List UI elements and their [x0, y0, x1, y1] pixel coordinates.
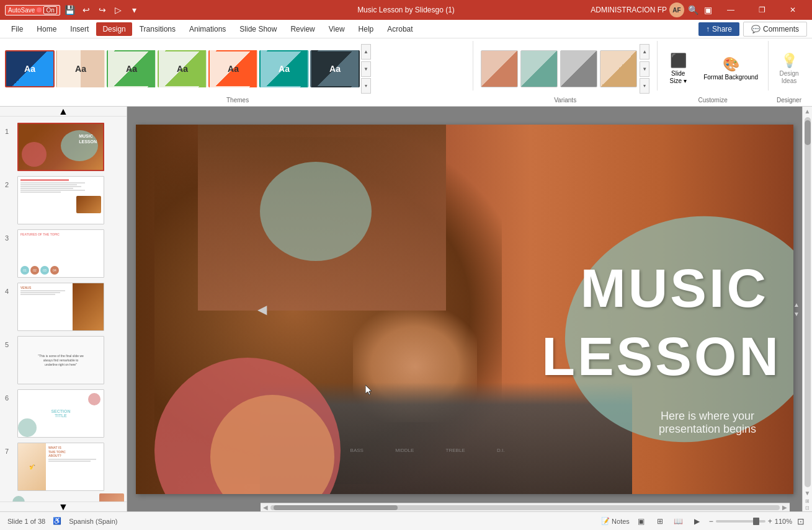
menu-help[interactable]: Help [352, 22, 380, 36]
accessibility-icon[interactable]: ♿ [53, 517, 61, 525]
variant-4[interactable] [600, 50, 637, 87]
restore-button[interactable]: ❐ [747, 0, 776, 20]
menu-slideshow[interactable]: Slide Show [233, 22, 283, 36]
menu-home[interactable]: Home [30, 22, 63, 36]
close-button[interactable]: ✕ [779, 0, 807, 20]
v-scroll-track [805, 117, 811, 487]
titlebar-right: ADMINISTRACION FP AF 🔍 ▣ — ❐ ✕ [591, 0, 807, 20]
zoom-control: − + 110% [709, 517, 792, 526]
slide-thumb-4[interactable]: 4 VENUS [0, 280, 127, 333]
share-button[interactable]: ↑ Share [698, 22, 739, 36]
v-scrollbar[interactable]: ▲ ▼ ⊞ ⊡ [802, 107, 812, 511]
variants-scroll-up[interactable]: ▲ [640, 44, 649, 60]
avatar[interactable]: AF [669, 2, 684, 17]
panel-scroll-down[interactable]: ▼ [0, 501, 127, 511]
themes-label: Themes [5, 97, 470, 106]
scroll-up-button[interactable]: ▲ [361, 44, 371, 60]
v-scroll-up[interactable]: ▲ [803, 107, 812, 116]
format-background-button[interactable]: 🎨 Format Background [698, 54, 763, 84]
variants-label: Variants [554, 97, 576, 106]
h-scroll-thumb[interactable] [274, 505, 398, 510]
statusbar: Slide 1 of 38 ♿ Spanish (Spain) 📝 Notes … [0, 511, 812, 530]
thumb-img-6: SECTION TITLE [17, 389, 104, 438]
canvas-scrollbar[interactable]: ▲ ▼ [793, 301, 800, 317]
v-scroll-thumb[interactable] [805, 120, 811, 145]
theme-item-4[interactable]: Aa [158, 50, 207, 87]
notes-button[interactable]: 📝 Notes [601, 517, 630, 525]
h-scrollbar[interactable]: ◀ ▶ [261, 503, 790, 511]
menu-insert[interactable]: Insert [64, 22, 95, 36]
comment-icon: 💬 [751, 25, 761, 33]
fit-slide-button[interactable]: ⊡ [797, 516, 805, 526]
theme-item-3[interactable]: Aa [107, 50, 156, 87]
theme-item-1[interactable]: Aa [5, 50, 55, 87]
variant-2[interactable] [520, 50, 558, 87]
prev-slide-button[interactable]: ◀ [257, 302, 267, 317]
zoom-level: 110% [775, 518, 792, 525]
variant-3[interactable] [560, 50, 597, 87]
more-icon[interactable]: ▾ [128, 4, 141, 16]
slide-size-label: SlideSize ▾ [670, 70, 687, 85]
scroll-down-button[interactable]: ▼ [361, 61, 371, 77]
theme-label-3: Aa [126, 64, 137, 74]
undo-icon[interactable]: ↩ [80, 4, 92, 16]
slide-canvas: BASSMIDDLETREBLED.I. MUSIC LESSON Here i… [136, 125, 793, 494]
subtitle-line2: presentation begins [659, 423, 756, 435]
autosave-badge[interactable]: AutoSave On [5, 5, 60, 15]
ribbon-toggle-icon[interactable]: ▣ [702, 4, 714, 16]
variants-scroll-down[interactable]: ▼ [640, 61, 649, 77]
save-icon[interactable]: 💾 [64, 4, 76, 16]
menu-animations[interactable]: Animations [183, 22, 232, 36]
variants-scroll-more[interactable]: ▾ [640, 78, 649, 94]
h-scroll-right[interactable]: ▶ [782, 504, 787, 511]
menu-design[interactable]: Design [96, 22, 132, 36]
redo-icon[interactable]: ↪ [96, 4, 109, 16]
comments-button[interactable]: 💬 Comments [743, 22, 807, 37]
h-scroll-left[interactable]: ◀ [263, 504, 268, 511]
zoom-fit-button[interactable]: ⊡ [805, 505, 810, 511]
gallery-scroll: ▲ ▼ ▾ [361, 44, 371, 94]
present-icon[interactable]: ▷ [112, 4, 125, 16]
autosave-dot [37, 7, 42, 12]
variant-1[interactable] [481, 50, 518, 87]
menu-view[interactable]: View [323, 22, 351, 36]
search-icon[interactable]: 🔍 [687, 4, 699, 16]
normal-view-button[interactable]: ▣ [635, 515, 648, 528]
design-ideas-icon: 💡 [781, 53, 798, 69]
theme-item-5[interactable]: Aa [208, 50, 258, 87]
theme-item-7[interactable]: Aa [310, 50, 360, 87]
theme-label-6: Aa [279, 64, 290, 74]
variants-scroll: ▲ ▼ ▾ [640, 44, 649, 94]
design-ideas-button[interactable]: 💡 DesignIdeas [774, 50, 805, 87]
slide-size-button[interactable]: ⬛ SlideSize ▾ [663, 50, 694, 87]
panel-scroll-up[interactable]: ▲ [0, 107, 127, 117]
notes-label: Notes [612, 518, 630, 525]
menu-review[interactable]: Review [284, 22, 321, 36]
slide-sorter-button[interactable]: ⊞ [653, 515, 667, 528]
design-ideas-label: DesignIdeas [779, 70, 798, 85]
menu-transitions[interactable]: Transitions [133, 22, 182, 36]
slide-thumb-5[interactable]: 5 "This is some of the final slide wealw… [0, 333, 127, 387]
divider-2 [657, 41, 658, 91]
minimize-button[interactable]: — [716, 0, 745, 20]
ribbon: Aa Aa Aa Aa Aa Aa Aa ▲ ▼ ▾ [0, 38, 812, 107]
slide-thumb-6[interactable]: 6 SECTION TITLE [0, 387, 127, 440]
slide-thumb-1[interactable]: 1 MUSICLESSON [0, 120, 127, 174]
menu-acrobat[interactable]: Acrobat [381, 22, 419, 36]
reading-view-button[interactable]: 📖 [672, 515, 685, 528]
scroll-more-button[interactable]: ▾ [361, 78, 371, 94]
slide-thumb-2[interactable]: 2 [0, 174, 127, 227]
zoom-in-button[interactable]: + [768, 517, 772, 526]
theme-item-2[interactable]: Aa [56, 50, 105, 87]
divider-3 [768, 41, 769, 91]
zoom-out-button[interactable]: − [709, 517, 713, 526]
comments-label: Comments [763, 25, 799, 33]
theme-item-6[interactable]: Aa [259, 50, 309, 87]
slide-thumb-7[interactable]: 7 🎷 WHAT ISTHIS TOPICABOUT? [0, 440, 127, 493]
fit-page-button[interactable]: ⊞ [805, 498, 810, 505]
v-scroll-down[interactable]: ▼ [803, 488, 812, 498]
zoom-slider[interactable] [716, 520, 765, 523]
slideshow-button[interactable]: ▶ [690, 515, 704, 528]
menu-file[interactable]: File [5, 22, 29, 36]
slide-thumb-3[interactable]: 3 FEATURES OF THE TOPIC 01 02 03 04 [0, 227, 127, 280]
